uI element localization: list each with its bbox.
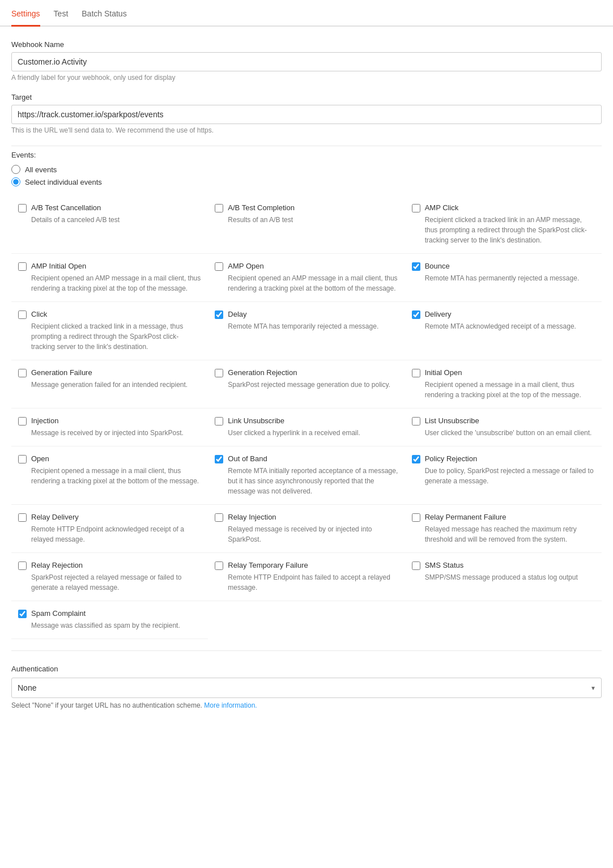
event-checkbox[interactable] bbox=[215, 310, 223, 319]
event-name: Relay Injection bbox=[228, 513, 276, 521]
divider-1 bbox=[11, 146, 602, 146]
radio-individual-events[interactable]: Select individual events bbox=[11, 177, 602, 186]
event-header: Relay Injection bbox=[215, 513, 398, 522]
event-desc: Remote MTA has permanently rejected a me… bbox=[412, 273, 595, 283]
event-checkbox[interactable] bbox=[18, 310, 27, 319]
event-checkbox[interactable] bbox=[412, 417, 420, 426]
radio-individual-input[interactable] bbox=[11, 177, 20, 186]
event-name: Click bbox=[31, 310, 47, 318]
event-checkbox[interactable] bbox=[215, 513, 223, 522]
tab-batch-status[interactable]: Batch Status bbox=[82, 0, 126, 27]
radio-all-input[interactable] bbox=[11, 165, 20, 174]
auth-hint-link[interactable]: More information. bbox=[204, 701, 257, 709]
event-checkbox[interactable] bbox=[18, 204, 27, 212]
event-desc: Message generation failed for an intende… bbox=[18, 380, 201, 390]
event-checkbox[interactable] bbox=[18, 369, 27, 377]
event-checkbox[interactable] bbox=[215, 204, 223, 212]
event-checkbox[interactable] bbox=[412, 262, 420, 271]
event-header: Policy Rejection bbox=[412, 454, 595, 463]
event-header: AMP Click bbox=[412, 203, 595, 212]
event-name: Relay Rejection bbox=[31, 561, 83, 569]
event-item: AMP OpenRecipient opened an AMP message … bbox=[208, 254, 405, 302]
event-checkbox[interactable] bbox=[215, 369, 223, 377]
event-name: AMP Click bbox=[425, 203, 459, 212]
event-header: A/B Test Cancellation bbox=[18, 203, 201, 212]
webhook-name-hint: A friendly label for your webhook, only … bbox=[11, 74, 602, 82]
events-section: Events: All events Select individual eve… bbox=[11, 151, 602, 639]
auth-hint: Select "None" if your target URL has no … bbox=[11, 701, 602, 709]
event-name: Bounce bbox=[425, 262, 450, 270]
event-desc: Remote MTA has temporarily rejected a me… bbox=[215, 321, 398, 331]
event-header: Relay Delivery bbox=[18, 513, 201, 522]
tabs-bar: Settings Test Batch Status bbox=[0, 0, 613, 27]
event-checkbox[interactable] bbox=[412, 204, 420, 212]
event-desc: Results of an A/B test bbox=[215, 215, 398, 225]
event-desc: User clicked a hyperlink in a received e… bbox=[215, 428, 398, 438]
event-item: A/B Test CancellationDetails of a cancel… bbox=[11, 195, 208, 254]
auth-hint-text: Select "None" if your target URL has no … bbox=[11, 701, 202, 709]
event-item: List UnsubscribeUser clicked the 'unsubs… bbox=[405, 409, 602, 446]
event-desc: Due to policy, SparkPost rejected a mess… bbox=[412, 466, 595, 486]
event-item: A/B Test CompletionResults of an A/B tes… bbox=[208, 195, 405, 254]
event-name: Delay bbox=[228, 310, 246, 318]
event-item: Generation RejectionSparkPost rejected m… bbox=[208, 360, 405, 409]
event-name: Open bbox=[31, 454, 49, 463]
event-header: Open bbox=[18, 454, 201, 463]
event-header: Bounce bbox=[412, 262, 595, 271]
events-radio-group: All events Select individual events bbox=[11, 165, 602, 186]
divider-2 bbox=[11, 650, 602, 651]
event-item: ClickRecipient clicked a tracked link in… bbox=[11, 302, 208, 360]
event-checkbox[interactable] bbox=[18, 561, 27, 570]
event-header: Injection bbox=[18, 416, 201, 426]
radio-individual-label: Select individual events bbox=[25, 178, 102, 186]
tab-settings[interactable]: Settings bbox=[11, 0, 40, 27]
event-desc: Relayed message has reached the maximum … bbox=[412, 524, 595, 544]
event-header: AMP Open bbox=[215, 262, 398, 271]
auth-select[interactable]: NoneBasicOAuth2 bbox=[11, 678, 602, 698]
event-item: OpenRecipient opened a message in a mail… bbox=[11, 446, 208, 505]
event-checkbox[interactable] bbox=[18, 513, 27, 522]
event-desc: Recipient opened a message in a mail cli… bbox=[412, 380, 595, 400]
event-checkbox[interactable] bbox=[215, 561, 223, 570]
event-desc: SparkPost rejected message generation du… bbox=[215, 380, 398, 390]
event-name: Link Unsubscribe bbox=[228, 416, 284, 425]
event-desc: Remote HTTP Endpoint has failed to accep… bbox=[215, 572, 398, 593]
event-item: Out of BandRemote MTA initially reported… bbox=[208, 446, 405, 505]
event-desc: Details of a canceled A/B test bbox=[18, 215, 201, 225]
event-item: Relay Permanent FailureRelayed message h… bbox=[405, 505, 602, 553]
event-checkbox[interactable] bbox=[18, 455, 27, 463]
event-header: List Unsubscribe bbox=[412, 416, 595, 426]
event-checkbox[interactable] bbox=[215, 417, 223, 426]
event-checkbox[interactable] bbox=[215, 262, 223, 271]
event-desc: Recipient clicked a tracked link in a me… bbox=[18, 321, 201, 352]
event-name: Generation Failure bbox=[31, 368, 92, 377]
webhook-name-input[interactable] bbox=[11, 52, 602, 71]
event-checkbox[interactable] bbox=[18, 610, 27, 618]
event-checkbox[interactable] bbox=[412, 369, 420, 377]
event-checkbox[interactable] bbox=[215, 455, 223, 463]
event-checkbox[interactable] bbox=[18, 417, 27, 426]
radio-all-label: All events bbox=[25, 165, 57, 174]
event-name: A/B Test Cancellation bbox=[31, 203, 101, 212]
event-checkbox[interactable] bbox=[18, 262, 27, 271]
event-item: Spam ComplaintMessage was classified as … bbox=[11, 601, 208, 639]
tab-test[interactable]: Test bbox=[54, 0, 69, 27]
event-header: Relay Rejection bbox=[18, 561, 201, 570]
event-header: Relay Temporary Failure bbox=[215, 561, 398, 570]
event-name: AMP Open bbox=[228, 262, 263, 270]
target-input[interactable] bbox=[11, 105, 602, 124]
event-header: Click bbox=[18, 310, 201, 319]
event-checkbox[interactable] bbox=[412, 513, 420, 522]
event-name: Initial Open bbox=[425, 368, 462, 377]
event-header: Generation Failure bbox=[18, 368, 201, 377]
event-checkbox[interactable] bbox=[412, 561, 420, 570]
auth-select-wrapper: NoneBasicOAuth2 ▼ bbox=[11, 678, 602, 698]
event-checkbox[interactable] bbox=[412, 455, 420, 463]
radio-all-events[interactable]: All events bbox=[11, 165, 602, 174]
event-header: Link Unsubscribe bbox=[215, 416, 398, 426]
event-checkbox[interactable] bbox=[412, 310, 420, 319]
event-desc: Recipient opened an AMP message in a mai… bbox=[18, 273, 201, 293]
event-item: SMS StatusSMPP/SMS message produced a st… bbox=[405, 553, 602, 601]
event-item: AMP Initial OpenRecipient opened an AMP … bbox=[11, 254, 208, 302]
event-name: Relay Temporary Failure bbox=[228, 561, 308, 569]
